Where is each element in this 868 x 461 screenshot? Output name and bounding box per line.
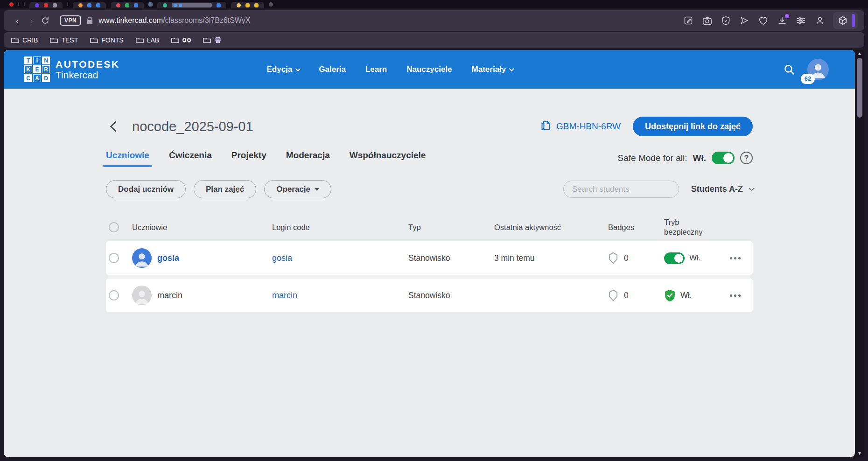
tab-separator [67,2,68,6]
chevron-down-icon [749,185,755,191]
url-bar[interactable]: www.tinkercad.com/classrooms/3l7Bz6tSWyX [98,16,250,25]
tab-separator [24,2,25,6]
folder-icon [50,37,58,43]
col-ostatnia-aktywnosc: Ostatnia aktywność [494,223,608,232]
tab-group[interactable] [29,2,63,8]
safe-mode-toggle[interactable] [712,152,735,164]
tab-favicon[interactable] [148,2,153,7]
profile-icon[interactable] [815,16,825,25]
person-icon [133,251,150,267]
last-activity: 3 min temu [494,253,608,263]
lesson-plan-button[interactable]: Plan zajęć [194,180,256,198]
badge-hexagon-icon [608,289,618,301]
chevron-left-icon [110,121,117,132]
student-avatar [132,286,152,305]
login-code-link[interactable]: gosia [272,253,408,263]
cube-icon [838,15,848,26]
search-icon[interactable] [783,63,795,76]
tab-favicon[interactable] [9,2,14,7]
student-name-link[interactable]: gosia [157,253,179,263]
tab-wspolnauczyciele[interactable]: Współnauczyciele [350,150,426,167]
class-code-copy[interactable]: GBM-HBN-6RW [541,121,621,132]
heart-icon[interactable] [758,16,768,25]
send-icon[interactable] [740,16,749,25]
nav-galeria[interactable]: Galeria [319,65,346,74]
caret-down-icon [315,188,319,191]
operations-menu-button[interactable]: Operacje [264,180,331,198]
row-menu-button[interactable] [730,257,741,259]
select-all-checkbox[interactable] [109,222,119,232]
tab-favicon[interactable] [269,2,273,7]
folder-icon [171,37,179,43]
col-tryb-bezpieczny: Tryb bezpieczny [664,217,709,237]
nav-nauczyciele[interactable]: Nauczyciele [406,65,452,74]
bookmark-folder-crib[interactable]: CRIB [11,36,38,44]
downloads-button[interactable] [777,16,787,25]
note-edit-icon[interactable] [684,16,693,25]
webpage: TIN KER CAD AUTODESK Tinkercad Edycja Ga… [4,50,855,457]
reload-button[interactable] [38,14,52,28]
tab-group[interactable] [111,2,144,8]
class-code: GBM-HBN-6RW [556,121,621,132]
printer-icon [214,36,222,43]
row-checkbox[interactable] [109,253,119,263]
back-to-classes-button[interactable] [106,119,120,133]
safe-mode-shield-icon [664,289,676,302]
copy-icon [541,121,552,132]
tinkercad-header: TIN KER CAD AUTODESK Tinkercad Edycja Ga… [4,50,855,89]
forward-button[interactable]: › [24,14,38,28]
student-type: Stanowisko [408,291,494,300]
sort-dropdown[interactable]: Students A-Z [691,184,753,194]
shield-check-icon[interactable] [721,16,730,26]
vpn-badge[interactable]: VPN [60,15,81,26]
scroll-up-arrow[interactable]: ▲ [857,51,862,56]
bookmark-folder-printer[interactable] [203,36,222,43]
eyes-icon [182,38,191,42]
bookmarks-bar: CRIB TEST FONTS LAB [4,32,864,48]
brand-tinkercad: Tinkercad [56,70,119,80]
scrollbar-thumb[interactable] [857,58,862,118]
camera-icon[interactable] [702,16,712,25]
safe-mode-state: Wł. [689,253,701,263]
student-name[interactable]: marcin [157,291,182,300]
active-tab[interactable] [172,3,212,7]
safe-mode-label: Safe Mode for all: [618,153,687,163]
badge-count: 0 [624,291,629,300]
search-students-input[interactable] [572,185,675,194]
account-avatar[interactable]: 62 [807,59,829,80]
student-avatar [132,248,152,268]
page-scrollbar[interactable]: ▲ ▼ [855,50,864,457]
bookmark-folder-test[interactable]: TEST [50,36,78,44]
tinkercad-logo[interactable]: TIN KER CAD AUTODESK Tinkercad [24,56,119,82]
tab-projekty[interactable]: Projekty [231,150,266,167]
student-search[interactable] [563,181,679,198]
tab-group-active[interactable] [157,2,226,8]
tab-moderacja[interactable]: Moderacja [286,150,330,167]
safe-mode-row-toggle[interactable] [664,252,685,264]
nav-edycja[interactable]: Edycja [266,65,299,74]
nav-learn[interactable]: Learn [365,65,387,74]
bookmark-folder-lab[interactable]: LAB [136,36,159,44]
share-class-link-button[interactable]: Udostępnij link do zajęć [633,117,753,136]
side-panel-toggle[interactable] [833,12,858,29]
bookmark-folder-fonts[interactable]: FONTS [90,36,123,44]
tab-uczniowie[interactable]: Uczniowie [106,150,149,167]
tab-cwiczenia[interactable]: Ćwiczenia [169,150,212,167]
row-menu-button[interactable] [730,294,741,297]
back-button[interactable]: ‹ [10,14,24,28]
folder-icon [90,37,98,43]
login-code-link[interactable]: marcin [272,291,408,300]
tab-group[interactable] [231,2,264,8]
scroll-down-arrow[interactable]: ▼ [857,451,862,456]
add-students-button[interactable]: Dodaj uczniów [106,180,186,198]
folder-icon [136,37,144,43]
col-typ: Typ [408,223,494,232]
brand-autodesk: AUTODESK [56,59,119,70]
help-icon[interactable]: ? [740,152,753,164]
tune-icon[interactable] [796,16,806,25]
bookmark-folder-eyes[interactable] [171,37,191,43]
nav-materialy[interactable]: Materiały [472,65,513,74]
tab-group[interactable] [73,2,106,8]
lock-icon [86,16,94,25]
row-checkbox[interactable] [109,290,119,300]
